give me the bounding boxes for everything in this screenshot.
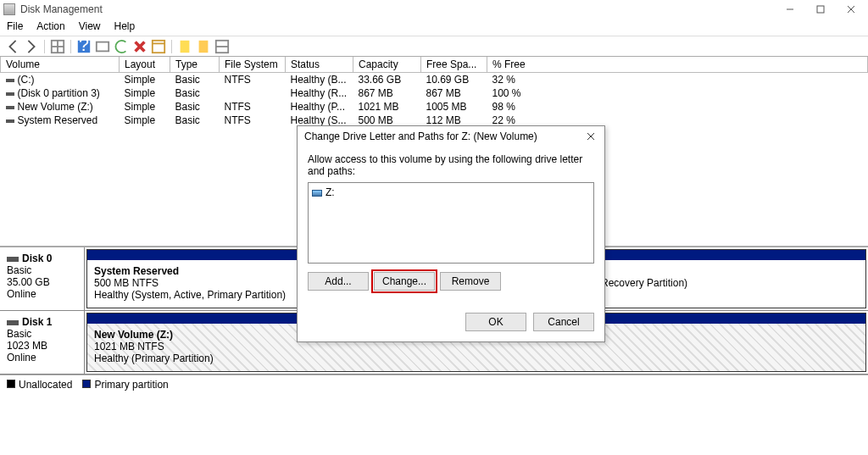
file2-icon[interactable] xyxy=(196,39,211,54)
ok-button[interactable]: OK xyxy=(465,313,526,331)
disk-info[interactable]: Disk 0Basic35.00 GBOnline xyxy=(0,247,85,310)
table-row[interactable]: (C:)SimpleBasicNTFSHealthy (B...33.66 GB… xyxy=(1,73,868,87)
help-icon[interactable]: ? xyxy=(76,39,92,54)
col-filesystem[interactable]: File System xyxy=(220,57,286,73)
table-row[interactable]: (Disk 0 partition 3)SimpleBasicHealthy (… xyxy=(1,86,868,100)
svg-rect-9 xyxy=(97,42,108,51)
close-button[interactable] xyxy=(839,2,863,17)
back-icon[interactable] xyxy=(5,39,20,54)
col-freespace[interactable]: Free Spa... xyxy=(421,57,487,73)
drive-icon xyxy=(312,190,322,197)
svg-rect-14 xyxy=(181,40,190,52)
volume-icon xyxy=(6,119,14,123)
refresh-icon[interactable] xyxy=(114,39,129,54)
svg-rect-12 xyxy=(153,40,164,52)
table-row[interactable]: New Volume (Z:)SimpleBasicNTFSHealthy (P… xyxy=(1,100,868,114)
dialog-close-icon[interactable] xyxy=(584,130,598,143)
change-drive-letter-dialog: Change Drive Letter and Paths for Z: (Ne… xyxy=(297,125,605,342)
col-pctfree[interactable]: % Free xyxy=(487,57,868,73)
menu-help[interactable]: Help xyxy=(114,20,136,32)
col-type[interactable]: Type xyxy=(170,57,220,73)
col-layout[interactable]: Layout xyxy=(120,57,170,73)
grid-icon[interactable] xyxy=(50,39,65,54)
menu-view[interactable]: View xyxy=(79,20,101,32)
cancel-button[interactable]: Cancel xyxy=(533,313,594,331)
layout-icon[interactable] xyxy=(214,39,230,54)
svg-text:?: ? xyxy=(79,39,89,54)
legend-primary: Primary partition xyxy=(82,379,168,391)
minimize-button[interactable] xyxy=(778,2,802,17)
properties-icon[interactable] xyxy=(151,39,166,54)
add-button[interactable]: Add... xyxy=(308,272,369,291)
svg-rect-1 xyxy=(817,6,824,13)
volume-icon xyxy=(6,79,14,82)
menu-bar: File Action View Help xyxy=(0,19,868,36)
card-icon[interactable] xyxy=(95,39,110,54)
toolbar: ? xyxy=(0,36,868,57)
dialog-path-entry[interactable]: Z: xyxy=(312,186,590,198)
col-status[interactable]: Status xyxy=(286,57,353,73)
toolbar-separator xyxy=(70,40,71,53)
delete-icon[interactable] xyxy=(132,39,147,54)
maximize-button[interactable] xyxy=(809,2,832,17)
window-title: Disk Management xyxy=(20,3,865,15)
change-button[interactable]: Change... xyxy=(374,272,435,291)
volume-icon xyxy=(6,92,14,96)
dialog-instruction: Allow access to this volume by using the… xyxy=(308,153,594,177)
toolbar-separator xyxy=(171,40,172,53)
menu-file[interactable]: File xyxy=(7,20,23,32)
svg-rect-15 xyxy=(199,40,209,52)
dialog-title: Change Drive Letter and Paths for Z: (Ne… xyxy=(304,130,584,142)
disk-icon xyxy=(7,320,19,325)
toolbar-separator xyxy=(44,40,45,53)
legend: Unallocated Primary partition xyxy=(0,375,868,394)
legend-unallocated: Unallocated xyxy=(7,379,72,391)
disk-info[interactable]: Disk 1Basic1023 MBOnline xyxy=(0,311,85,374)
file-icon[interactable] xyxy=(177,39,192,54)
forward-icon[interactable] xyxy=(24,39,39,54)
disk-icon xyxy=(7,257,19,262)
remove-button[interactable]: Remove xyxy=(440,272,501,291)
volume-icon xyxy=(6,106,14,109)
dialog-paths-list[interactable]: Z: xyxy=(308,182,594,264)
window-titlebar: Disk Management xyxy=(0,0,868,19)
menu-action[interactable]: Action xyxy=(36,20,64,32)
col-capacity[interactable]: Capacity xyxy=(353,57,421,73)
col-volume[interactable]: Volume xyxy=(1,57,120,73)
app-icon xyxy=(3,3,15,15)
